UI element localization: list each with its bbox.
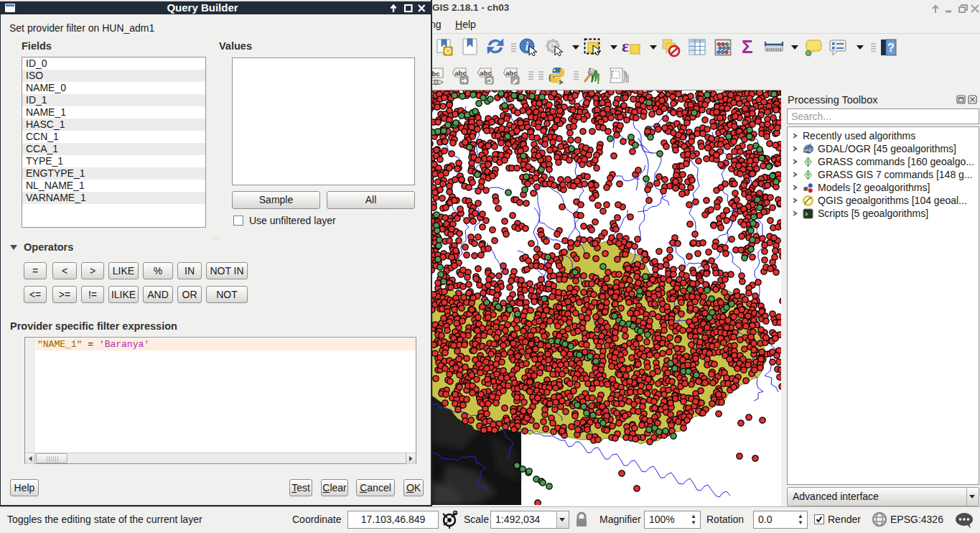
svg-text:i: i (526, 40, 529, 52)
svg-text:ε: ε (622, 38, 629, 55)
svg-text:bc: bc (431, 70, 439, 78)
svg-text:GDAL: GDAL (803, 149, 811, 152)
svg-text:Σ: Σ (742, 38, 753, 57)
svg-text:?: ? (887, 42, 895, 54)
